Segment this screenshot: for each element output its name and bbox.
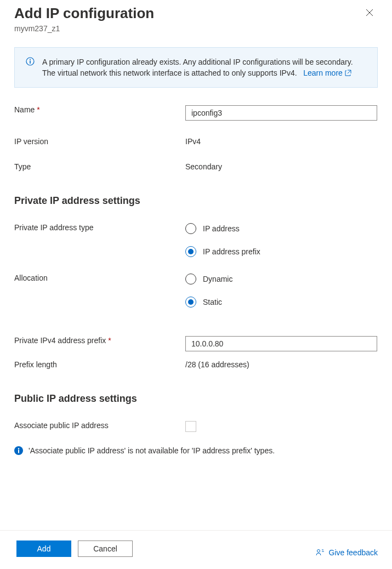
private-ip-heading: Private IP address settings (14, 195, 378, 207)
close-button[interactable] (361, 4, 378, 22)
radio-ip-prefix[interactable]: IP address prefix (185, 246, 378, 257)
svg-point-6 (317, 550, 320, 553)
associate-public-label: Associate public IP address (14, 419, 185, 430)
prefix-length-label: Prefix length (14, 358, 185, 369)
svg-point-1 (30, 59, 31, 60)
allocation-label: Allocation (14, 271, 185, 282)
radio-ip-address[interactable]: IP address (185, 223, 378, 234)
radio-dynamic[interactable]: Dynamic (185, 274, 378, 284)
radio-ip-prefix-label: IP address prefix (203, 247, 260, 256)
info-icon (14, 446, 23, 455)
public-ip-note: 'Associate public IP address' is not ava… (29, 446, 275, 455)
learn-more-label: Learn more (303, 67, 343, 78)
external-link-icon (345, 70, 351, 76)
radio-ip-address-label: IP address (203, 224, 240, 233)
svg-point-4 (18, 448, 19, 449)
ipversion-value: IPv4 (185, 135, 378, 146)
prefix-input[interactable] (185, 336, 377, 351)
add-button[interactable]: Add (16, 540, 71, 557)
ipversion-label: IP version (14, 135, 185, 146)
footer: Add Cancel Give feedback (0, 530, 392, 569)
give-feedback-link[interactable]: Give feedback (316, 548, 378, 557)
private-ip-type-label: Private IP address type (14, 221, 185, 232)
page-subtitle: myvm237_z1 (14, 24, 154, 33)
public-ip-heading: Public IP address settings (14, 393, 378, 405)
page-title: Add IP configuration (14, 4, 154, 23)
radio-dynamic-label: Dynamic (203, 275, 232, 283)
type-label: Type (14, 160, 185, 171)
learn-more-link[interactable]: Learn more (303, 67, 351, 78)
info-icon (26, 57, 35, 66)
name-label: Name (14, 105, 35, 114)
info-banner: A primary IP configuration already exist… (14, 47, 378, 88)
svg-rect-5 (18, 450, 19, 453)
type-value: Secondary (185, 160, 378, 171)
associate-public-checkbox (185, 421, 196, 432)
radio-static-label: Static (203, 298, 222, 306)
required-indicator: * (108, 336, 111, 345)
required-indicator: * (37, 105, 39, 114)
feedback-icon (316, 548, 325, 557)
prefix-length-value: /28 (16 addresses) (185, 358, 378, 369)
prefix-label: Private IPv4 address prefix (14, 336, 106, 345)
close-icon (366, 9, 373, 16)
give-feedback-label: Give feedback (329, 548, 378, 557)
svg-rect-2 (30, 60, 31, 64)
cancel-button[interactable]: Cancel (78, 540, 133, 557)
name-input[interactable] (185, 105, 377, 121)
radio-static[interactable]: Static (185, 297, 378, 308)
